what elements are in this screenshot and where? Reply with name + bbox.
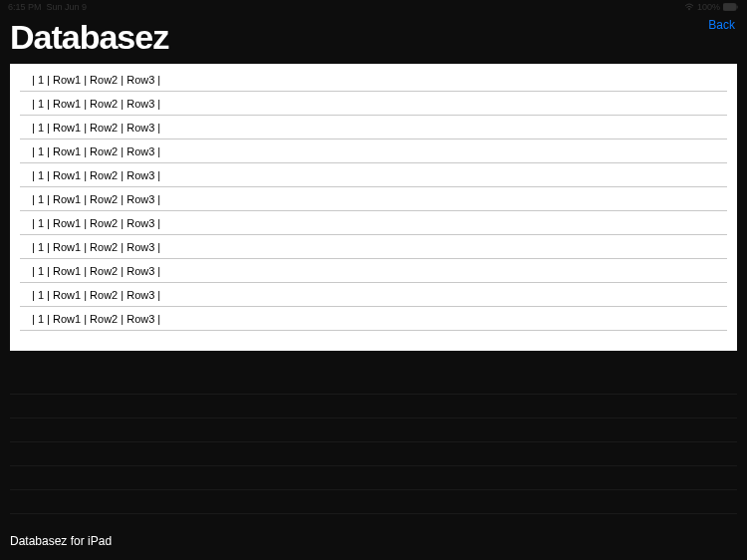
status-bar: 6:15 PM Sun Jun 9 100% [0, 0, 747, 14]
table-row[interactable]: | 1 | Row1 | Row2 | Row3 | [20, 66, 727, 92]
empty-row [10, 371, 737, 395]
table-row[interactable]: | 1 | Row1 | Row2 | Row3 | [20, 92, 727, 116]
status-right: 100% [684, 2, 739, 12]
page-title: Databasez [10, 20, 168, 54]
status-battery-pct: 100% [697, 2, 720, 12]
status-date: Sun Jun 9 [47, 2, 88, 12]
table-row[interactable]: | 1 | Row1 | Row2 | Row3 | [20, 163, 727, 187]
table-row[interactable]: | 1 | Row1 | Row2 | Row3 | [20, 187, 727, 211]
table-row[interactable]: | 1 | Row1 | Row2 | Row3 | [20, 211, 727, 235]
wifi-icon [684, 3, 694, 11]
header: Databasez Back [0, 14, 747, 64]
table-row[interactable]: | 1 | Row1 | Row2 | Row3 | [20, 259, 727, 283]
back-button[interactable]: Back [708, 18, 735, 32]
table-row[interactable]: | 1 | Row1 | Row2 | Row3 | [20, 116, 727, 140]
empty-row [10, 395, 737, 419]
svg-point-0 [688, 9, 690, 11]
svg-rect-1 [723, 4, 736, 11]
empty-row [10, 419, 737, 442]
empty-rows [0, 371, 747, 514]
data-list: | 1 | Row1 | Row2 | Row3 | | 1 | Row1 | … [10, 64, 737, 351]
status-left: 6:15 PM Sun Jun 9 [8, 2, 87, 12]
table-row[interactable]: | 1 | Row1 | Row2 | Row3 | [20, 283, 727, 307]
table-row[interactable]: | 1 | Row1 | Row2 | Row3 | [20, 140, 727, 163]
table-row[interactable]: | 1 | Row1 | Row2 | Row3 | [20, 307, 727, 331]
empty-row [10, 442, 737, 466]
footer-label: Databasez for iPad [10, 534, 112, 548]
status-time: 6:15 PM [8, 2, 42, 12]
empty-row [10, 466, 737, 490]
svg-rect-2 [737, 6, 738, 9]
empty-row [10, 490, 737, 514]
battery-icon [723, 3, 739, 11]
table-row[interactable]: | 1 | Row1 | Row2 | Row3 | [20, 235, 727, 259]
